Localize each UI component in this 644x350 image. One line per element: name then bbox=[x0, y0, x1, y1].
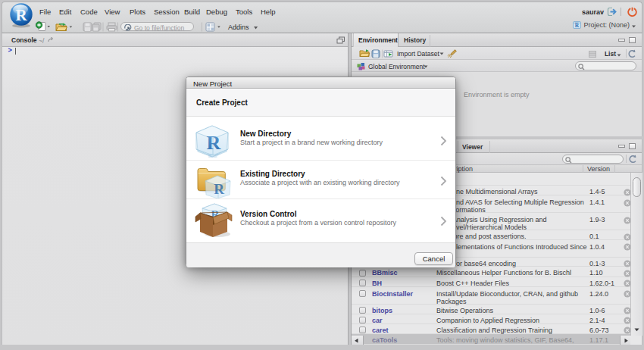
svg-text:R: R bbox=[575, 22, 580, 29]
svg-text:R: R bbox=[15, 6, 27, 24]
